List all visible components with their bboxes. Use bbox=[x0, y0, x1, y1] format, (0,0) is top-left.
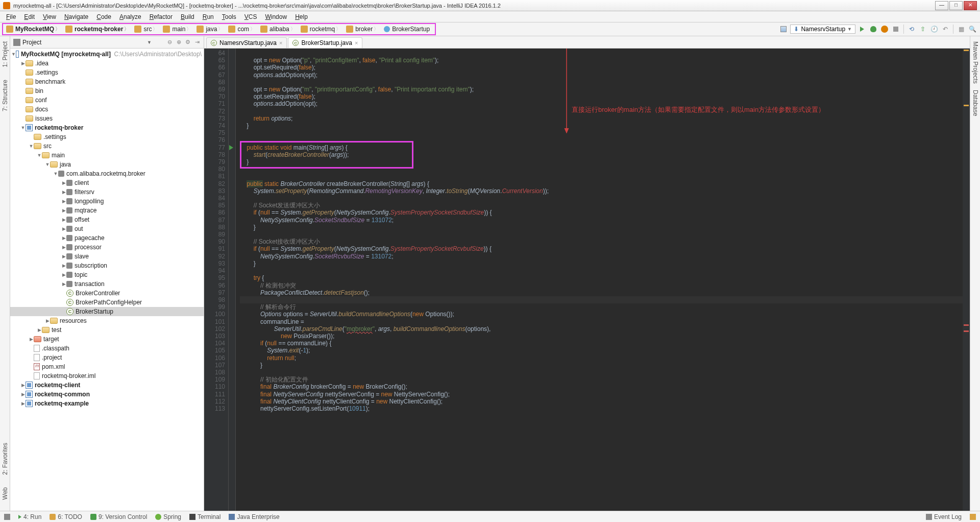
tree-item--settings[interactable]: .settings bbox=[10, 132, 204, 141]
stop-button[interactable] bbox=[891, 25, 900, 34]
run-gutter-icon[interactable] bbox=[229, 145, 233, 150]
coverage-button[interactable] bbox=[880, 25, 889, 34]
tree-item-filtersrv[interactable]: filtersrv bbox=[10, 187, 204, 197]
tree-item-bin[interactable]: bin bbox=[10, 86, 204, 96]
tree-item-docs[interactable]: docs bbox=[10, 105, 204, 114]
vcs-commit-icon[interactable]: ⇧ bbox=[918, 25, 927, 34]
menu-refactor[interactable]: Refactor bbox=[145, 12, 177, 21]
debug-button[interactable] bbox=[869, 25, 878, 34]
menu-run[interactable]: Run bbox=[199, 12, 218, 21]
breadcrumb-broker[interactable]: broker bbox=[344, 25, 382, 34]
favorites-tool-tab[interactable]: 2: Favorites bbox=[1, 440, 10, 478]
tree-item-client[interactable]: client bbox=[10, 178, 204, 187]
breadcrumb-src[interactable]: src bbox=[132, 25, 161, 34]
tree-item-rocketmq-client[interactable]: rocketmq-client bbox=[10, 381, 204, 390]
code-content[interactable]: opt = new Option("p", "printConfigItem",… bbox=[236, 49, 963, 511]
menu-help[interactable]: Help bbox=[291, 12, 312, 21]
tree-item--classpath[interactable]: .classpath bbox=[10, 344, 204, 353]
tree-item-conf[interactable]: conf bbox=[10, 96, 204, 105]
breadcrumb-main[interactable]: main bbox=[161, 25, 194, 34]
web-tool-tab[interactable]: Web bbox=[1, 484, 10, 503]
menu-vcs[interactable]: VCS bbox=[240, 12, 261, 21]
menu-edit[interactable]: Edit bbox=[20, 12, 39, 21]
tree-item-src[interactable]: src bbox=[10, 141, 204, 151]
maximize-button[interactable]: □ bbox=[949, 1, 963, 10]
status-javaee[interactable]: Java Enterprise bbox=[229, 513, 279, 520]
status-vcs[interactable]: 9: Version Control bbox=[90, 513, 147, 520]
status-lock-icon[interactable] bbox=[970, 514, 976, 520]
build-icon[interactable] bbox=[779, 25, 788, 34]
project-tree[interactable]: MyRocketMQ [myrocketmq-all] C:\Users\Adm… bbox=[10, 49, 204, 511]
breadcrumb-rocketmq-broker[interactable]: rocketmq-broker bbox=[63, 25, 132, 34]
tree-item--project[interactable]: .project bbox=[10, 353, 204, 362]
status-corner-icon[interactable] bbox=[4, 514, 10, 520]
status-event-log[interactable]: Event Log bbox=[926, 513, 962, 520]
tree-item-brokerpathconfighelper[interactable]: CBrokerPathConfigHelper bbox=[10, 298, 204, 307]
breadcrumb-brokerstartup[interactable]: BrokerStartup bbox=[382, 25, 434, 34]
close-button[interactable]: ✕ bbox=[964, 1, 977, 10]
tree-item-rocketmq-broker-iml[interactable]: rocketmq-broker.iml bbox=[10, 371, 204, 381]
run-button[interactable] bbox=[857, 25, 867, 34]
tree-item--idea[interactable]: .idea bbox=[10, 59, 204, 68]
tree-item-brokerstartup[interactable]: CBrokerStartup bbox=[10, 307, 204, 316]
menu-view[interactable]: View bbox=[39, 12, 60, 21]
menu-code[interactable]: Code bbox=[92, 12, 115, 21]
tree-item-offset[interactable]: offset bbox=[10, 215, 204, 224]
database-tool-tab[interactable]: Database bbox=[971, 87, 980, 119]
menu-analyze[interactable]: Analyze bbox=[115, 12, 145, 21]
editor-tab-brokerstartup[interactable]: CBrokerStartup.java× bbox=[288, 37, 362, 48]
code-editor[interactable]: 6465666768697071727374757677787980818283… bbox=[204, 49, 970, 511]
tree-item-java[interactable]: java bbox=[10, 160, 204, 169]
breadcrumb-alibaba[interactable]: alibaba bbox=[258, 25, 299, 34]
tree-item-com-alibaba-rocketmq-broker[interactable]: com.alibaba.rocketmq.broker bbox=[10, 169, 204, 178]
tree-item--settings[interactable]: .settings bbox=[10, 68, 204, 77]
run-config-selector[interactable]: ⬇ NamesrvStartup ▼ bbox=[790, 25, 855, 34]
error-stripe[interactable] bbox=[963, 49, 970, 511]
chevron-down-icon[interactable]: ▼ bbox=[147, 40, 152, 45]
tree-item-test[interactable]: test bbox=[10, 325, 204, 335]
collapse-icon[interactable]: ⊖ bbox=[166, 39, 173, 46]
tree-root[interactable]: MyRocketMQ [myrocketmq-all] C:\Users\Adm… bbox=[10, 50, 204, 59]
tree-item-transaction[interactable]: transaction bbox=[10, 279, 204, 289]
menu-file[interactable]: File bbox=[2, 12, 20, 21]
breadcrumb-com[interactable]: com bbox=[226, 25, 258, 34]
breadcrumb-java[interactable]: java bbox=[194, 25, 226, 34]
tree-item-rocketmq-example[interactable]: rocketmq-example bbox=[10, 399, 204, 408]
vcs-update-icon[interactable]: ⟲ bbox=[907, 25, 916, 34]
tree-item-out[interactable]: out bbox=[10, 224, 204, 233]
tree-item-main[interactable]: main bbox=[10, 151, 204, 160]
tree-item-resources[interactable]: resources bbox=[10, 316, 204, 325]
close-tab-icon[interactable]: × bbox=[355, 40, 358, 46]
tree-item-pom-xml[interactable]: pom.xml bbox=[10, 362, 204, 371]
status-todo[interactable]: 6: TODO bbox=[50, 513, 82, 520]
gear-icon[interactable]: ⚙ bbox=[184, 39, 191, 46]
tree-item-subscription[interactable]: subscription bbox=[10, 261, 204, 270]
tree-item-slave[interactable]: slave bbox=[10, 252, 204, 261]
status-run[interactable]: 4: Run bbox=[18, 513, 41, 520]
project-tool-tab[interactable]: 1: Project bbox=[1, 38, 10, 70]
menu-navigate[interactable]: Navigate bbox=[60, 12, 92, 21]
tree-item-rocketmq-broker[interactable]: rocketmq-broker bbox=[10, 123, 204, 132]
breadcrumb-myrocketmq[interactable]: MyRocketMQ bbox=[4, 25, 63, 34]
hide-icon[interactable]: ⇥ bbox=[193, 39, 201, 46]
revert-icon[interactable]: ↶ bbox=[941, 25, 950, 34]
editor-tab-namesrvstartup[interactable]: CNamesrvStartup.java× bbox=[206, 37, 287, 48]
tree-item-pagecache[interactable]: pagecache bbox=[10, 233, 204, 243]
tree-item-brokercontroller[interactable]: CBrokerController bbox=[10, 289, 204, 298]
target-icon[interactable]: ⊕ bbox=[175, 39, 182, 46]
status-terminal[interactable]: Terminal bbox=[189, 513, 220, 520]
search-icon[interactable]: 🔍 bbox=[968, 25, 977, 34]
tree-item-target[interactable]: target bbox=[10, 335, 204, 344]
tree-item-longpolling[interactable]: longpolling bbox=[10, 197, 204, 206]
tree-item-topic[interactable]: topic bbox=[10, 270, 204, 279]
structure-tool-tab[interactable]: 7: Structure bbox=[1, 77, 10, 114]
breadcrumb-rocketmq[interactable]: rocketmq bbox=[299, 25, 344, 34]
menu-tools[interactable]: Tools bbox=[218, 12, 240, 21]
tree-item-processor[interactable]: processor bbox=[10, 243, 204, 252]
minimize-button[interactable]: — bbox=[935, 1, 948, 10]
tree-item-rocketmq-common[interactable]: rocketmq-common bbox=[10, 390, 204, 399]
menu-window[interactable]: Window bbox=[261, 12, 291, 21]
menu-build[interactable]: Build bbox=[177, 12, 199, 21]
tree-item-mqtrace[interactable]: mqtrace bbox=[10, 206, 204, 215]
tree-item-benchmark[interactable]: benchmark bbox=[10, 77, 204, 86]
